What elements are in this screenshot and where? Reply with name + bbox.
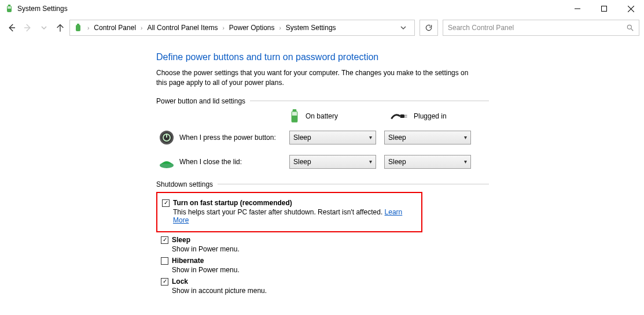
checkbox-label: Turn on fast startup (recommended) (173, 199, 292, 207)
close-button[interactable] (617, 0, 644, 17)
section-power-button: Power button and lid settings (156, 97, 489, 105)
address-bar[interactable]: › Control Panel › All Control Panel Item… (69, 20, 415, 36)
refresh-button[interactable] (419, 20, 438, 36)
checkbox-subtext: Show in Power menu. (172, 266, 489, 274)
checkbox-fast-startup[interactable] (162, 199, 170, 207)
subtext-text: This helps start your PC faster after sh… (173, 208, 382, 216)
section-title-label: Power button and lid settings (156, 97, 245, 105)
breadcrumb-item[interactable]: System Settings (285, 23, 337, 33)
page-description: Choose the power settings that you want … (156, 68, 480, 88)
highlight-fast-startup: Turn on fast startup (recommended) This … (156, 192, 422, 232)
svg-rect-1 (8, 5, 10, 6)
recent-locations-button[interactable] (37, 20, 51, 36)
dropdown-power-battery[interactable]: Sleep ▾ (289, 131, 376, 144)
svg-rect-15 (293, 109, 297, 112)
battery-icon (289, 109, 300, 124)
checkbox-label: Sleep (172, 236, 190, 244)
divider (218, 184, 489, 184)
address-dropdown-button[interactable] (400, 25, 412, 31)
row-label: When I press the power button: (179, 134, 289, 142)
dropdown-value: Sleep (388, 134, 406, 142)
row-label: When I close the lid: (179, 158, 289, 166)
chevron-right-icon: › (138, 25, 145, 31)
dropdown-value: Sleep (388, 158, 406, 166)
forward-button[interactable] (21, 20, 35, 36)
breadcrumb-item[interactable]: Control Panel (93, 23, 137, 33)
column-plugged-label: Plugged in (414, 112, 447, 120)
dropdown-value: Sleep (293, 158, 311, 166)
svg-line-13 (631, 29, 634, 31)
svg-rect-11 (77, 24, 79, 25)
column-battery: On battery (289, 109, 379, 124)
lid-icon (159, 154, 175, 170)
column-plugged: Plugged in (391, 112, 480, 121)
checkbox-label: Lock (172, 277, 188, 286)
up-button[interactable] (53, 20, 67, 36)
power-button-icon (159, 129, 175, 146)
svg-rect-2 (8, 6, 11, 9)
dropdown-lid-plugged[interactable]: Sleep ▾ (384, 155, 471, 169)
checkbox-lock[interactable] (161, 278, 168, 286)
chevron-down-icon: ▾ (464, 134, 467, 140)
checkbox-subtext: This helps start your PC faster after sh… (173, 208, 417, 224)
row-power-button: When I press the power button: Sleep ▾ S… (156, 129, 498, 146)
chevron-right-icon: › (85, 25, 91, 31)
back-button[interactable] (5, 20, 19, 36)
section-title-label: Shutdown settings (156, 180, 213, 188)
dropdown-power-plugged[interactable]: Sleep ▾ (384, 131, 471, 144)
svg-point-12 (627, 25, 631, 29)
search-placeholder: Search Control Panel (448, 24, 626, 32)
maximize-button[interactable] (591, 0, 617, 17)
chevron-down-icon: ▾ (369, 158, 372, 165)
page-heading: Define power buttons and turn on passwor… (156, 52, 498, 62)
chevron-right-icon: › (277, 25, 284, 31)
checkbox-sleep[interactable] (161, 236, 168, 244)
plug-icon (391, 112, 408, 121)
chevron-down-icon: ▾ (369, 134, 372, 140)
window-title: System Settings (17, 5, 68, 13)
svg-rect-17 (400, 114, 405, 118)
chevron-right-icon: › (220, 25, 226, 31)
power-grid: On battery Plugged in When I press the p… (156, 109, 498, 170)
navbar: › Control Panel › All Control Panel Item… (0, 17, 644, 38)
svg-rect-16 (292, 112, 297, 116)
chevron-down-icon: ▾ (464, 158, 467, 165)
checkbox-subtext: Show in account picture menu. (172, 287, 489, 295)
power-options-icon (5, 4, 14, 13)
content-pane: Define power buttons and turn on passwor… (0, 38, 498, 295)
section-shutdown: Shutdown settings (156, 180, 489, 188)
row-lid: When I close the lid: Sleep ▾ Sleep ▾ (156, 154, 498, 170)
checkbox-hibernate[interactable] (161, 257, 168, 265)
checkbox-label: Hibernate (172, 257, 204, 265)
shutdown-settings: Turn on fast startup (recommended) This … (156, 192, 489, 295)
minimize-button[interactable] (564, 0, 591, 17)
svg-rect-4 (602, 6, 607, 12)
divider (250, 101, 489, 101)
power-options-icon (73, 23, 83, 32)
breadcrumb-item[interactable]: Power Options (228, 23, 276, 33)
dropdown-lid-battery[interactable]: Sleep ▾ (289, 155, 376, 169)
search-icon (626, 24, 634, 32)
breadcrumb-item[interactable]: All Control Panel Items (146, 23, 219, 33)
checkbox-subtext: Show in Power menu. (172, 245, 489, 253)
titlebar: System Settings (0, 0, 644, 17)
search-input[interactable]: Search Control Panel (443, 20, 639, 36)
column-battery-label: On battery (306, 112, 338, 120)
dropdown-value: Sleep (293, 134, 311, 142)
svg-rect-10 (76, 25, 80, 31)
